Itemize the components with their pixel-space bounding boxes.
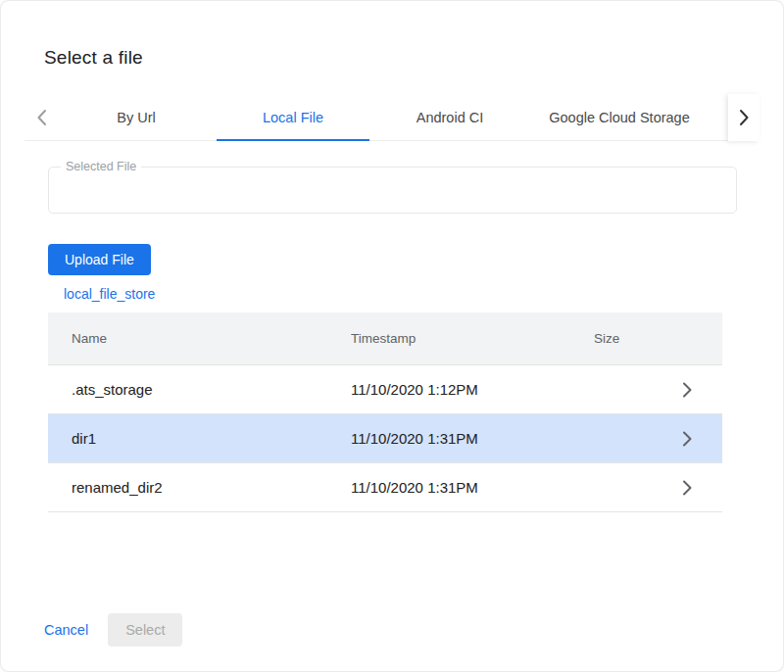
file-table: Name Timestamp Size .ats_storage 11/10/2… <box>48 312 722 512</box>
cancel-button[interactable]: Cancel <box>36 613 96 647</box>
chevron-left-icon <box>36 109 47 126</box>
chevron-right-icon <box>739 109 750 126</box>
tab-bar: By Url Local File Android CI Google Clou… <box>24 94 760 141</box>
tab-list: By Url Local File Android CI Google Clou… <box>58 94 728 141</box>
column-header-timestamp: Timestamp <box>351 331 594 346</box>
tab-label: Local File <box>263 110 323 125</box>
upload-file-button[interactable]: Upload File <box>48 244 151 275</box>
tabs-previous-button[interactable] <box>24 94 58 141</box>
tab-label: Google Cloud Storage <box>549 110 690 125</box>
chevron-right-icon[interactable] <box>682 479 693 497</box>
breadcrumb-local-file-store[interactable]: local_file_store <box>56 286 163 302</box>
file-timestamp: 11/10/2020 1:31PM <box>351 479 594 496</box>
tabs-next-button[interactable] <box>728 94 760 141</box>
select-file-dialog: Select a file By Url Local File Android … <box>1 1 783 671</box>
table-row-dir1[interactable]: dir1 11/10/2020 1:31PM <box>48 414 722 463</box>
chevron-right-icon[interactable] <box>682 430 693 448</box>
table-header-row: Name Timestamp Size <box>48 312 722 365</box>
dialog-title: Select a file <box>44 47 143 69</box>
selected-file-input[interactable] <box>49 168 736 213</box>
file-name: renamed_dir2 <box>48 479 351 496</box>
selected-file-field: Selected File <box>48 167 737 214</box>
tab-by-url[interactable]: By Url <box>58 94 215 140</box>
tab-label: By Url <box>117 110 155 125</box>
selected-file-field-label: Selected File <box>61 160 141 173</box>
file-timestamp: 11/10/2020 1:12PM <box>351 381 594 398</box>
column-header-size: Size <box>594 331 652 346</box>
file-name: .ats_storage <box>48 381 351 398</box>
tab-android-ci[interactable]: Android CI <box>371 94 528 140</box>
tab-google-cloud-storage[interactable]: Google Cloud Storage <box>528 94 710 140</box>
tab-label: Android CI <box>416 110 484 125</box>
dialog-footer: Cancel Select <box>36 613 182 647</box>
table-row-ats-storage[interactable]: .ats_storage 11/10/2020 1:12PM <box>48 365 722 414</box>
file-name: dir1 <box>48 430 351 447</box>
select-button[interactable]: Select <box>108 613 182 647</box>
file-timestamp: 11/10/2020 1:31PM <box>351 430 594 447</box>
column-header-name: Name <box>48 331 351 346</box>
table-row-renamed-dir2[interactable]: renamed_dir2 11/10/2020 1:31PM <box>48 463 722 512</box>
tab-local-file[interactable]: Local File <box>215 94 371 140</box>
chevron-right-icon[interactable] <box>682 381 693 399</box>
